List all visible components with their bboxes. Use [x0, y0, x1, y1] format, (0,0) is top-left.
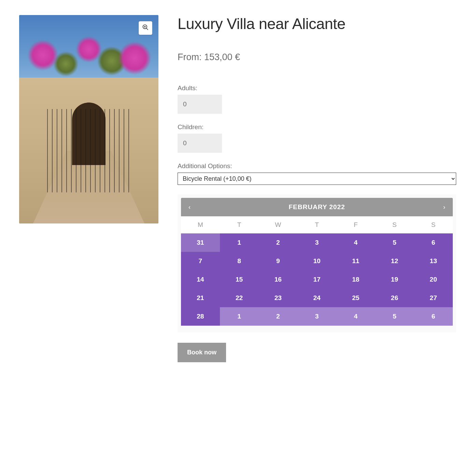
product-image[interactable] — [19, 15, 158, 223]
book-now-button[interactable]: Book now — [178, 343, 226, 362]
calendar-dow: T — [297, 216, 336, 233]
calendar-day[interactable]: 2 — [258, 307, 297, 326]
calendar-day[interactable]: 23 — [258, 289, 297, 307]
calendar-day[interactable]: 3 — [297, 307, 336, 326]
calendar-day[interactable]: 5 — [375, 233, 414, 252]
calendar-day[interactable]: 28 — [181, 307, 220, 326]
calendar-dow: T — [220, 216, 259, 233]
calendar-day[interactable]: 20 — [414, 270, 453, 289]
chevron-left-icon: ‹ — [188, 204, 191, 211]
calendar-day[interactable]: 18 — [336, 270, 375, 289]
calendar: ‹ FEBRUARY 2022 › MTWTFSS311234567891011… — [178, 194, 456, 332]
calendar-day[interactable]: 6 — [414, 233, 453, 252]
calendar-day[interactable]: 31 — [181, 233, 220, 252]
calendar-day[interactable]: 1 — [220, 307, 259, 326]
calendar-day[interactable]: 13 — [414, 252, 453, 270]
price-value: 153,00 € — [204, 52, 240, 62]
calendar-day[interactable]: 4 — [336, 307, 375, 326]
calendar-dow: S — [375, 216, 414, 233]
adults-label: Adults: — [178, 84, 456, 92]
calendar-day[interactable]: 2 — [258, 233, 297, 252]
children-label: Children: — [178, 123, 456, 131]
calendar-day[interactable]: 24 — [297, 289, 336, 307]
calendar-day[interactable]: 12 — [375, 252, 414, 270]
calendar-day[interactable]: 8 — [220, 252, 259, 270]
calendar-next-button[interactable]: › — [439, 204, 449, 211]
calendar-day[interactable]: 9 — [258, 252, 297, 270]
calendar-day[interactable]: 21 — [181, 289, 220, 307]
product-title: Luxury Villa near Alicante — [178, 15, 456, 33]
adults-input[interactable] — [178, 95, 222, 114]
calendar-day[interactable]: 22 — [220, 289, 259, 307]
calendar-day[interactable]: 15 — [220, 270, 259, 289]
calendar-day[interactable]: 16 — [258, 270, 297, 289]
calendar-header: ‹ FEBRUARY 2022 › — [181, 198, 453, 216]
calendar-day[interactable]: 10 — [297, 252, 336, 270]
calendar-day[interactable]: 11 — [336, 252, 375, 270]
calendar-day[interactable]: 19 — [375, 270, 414, 289]
calendar-dow: W — [258, 216, 297, 233]
options-label: Additional Options: — [178, 162, 456, 170]
chevron-right-icon: › — [443, 204, 445, 211]
calendar-day[interactable]: 7 — [181, 252, 220, 270]
calendar-prev-button[interactable]: ‹ — [184, 204, 195, 211]
children-input[interactable] — [178, 134, 222, 153]
calendar-month-label: FEBRUARY 2022 — [289, 203, 345, 211]
calendar-dow: S — [414, 216, 453, 233]
calendar-day[interactable]: 25 — [336, 289, 375, 307]
calendar-day[interactable]: 14 — [181, 270, 220, 289]
additional-options-select[interactable]: Bicycle Rental (+10,00 €) — [178, 173, 456, 185]
zoom-button[interactable] — [139, 21, 152, 35]
calendar-dow: F — [336, 216, 375, 233]
calendar-day[interactable]: 1 — [220, 233, 259, 252]
calendar-day[interactable]: 4 — [336, 233, 375, 252]
calendar-day[interactable]: 5 — [375, 307, 414, 326]
calendar-day[interactable]: 17 — [297, 270, 336, 289]
svg-line-1 — [146, 28, 148, 30]
price-prefix: From: — [178, 52, 204, 62]
price: From: 153,00 € — [178, 52, 456, 63]
calendar-day[interactable]: 6 — [414, 307, 453, 326]
calendar-day[interactable]: 27 — [414, 289, 453, 307]
zoom-in-icon — [142, 24, 149, 32]
calendar-day[interactable]: 26 — [375, 289, 414, 307]
calendar-dow: M — [181, 216, 220, 233]
calendar-day[interactable]: 3 — [297, 233, 336, 252]
